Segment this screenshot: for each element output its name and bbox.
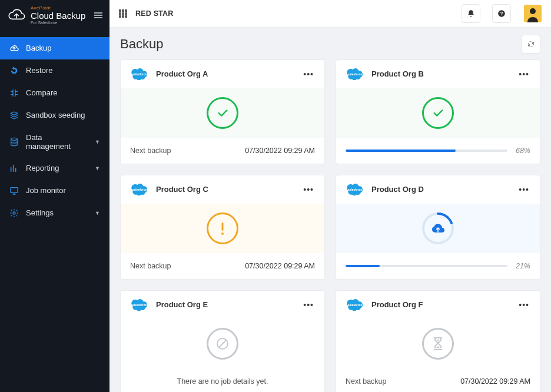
org-card: salesforceProduct Org B•••68%	[336, 59, 540, 164]
sidebar-item-label: Job monitor	[26, 186, 100, 195]
card-title: Product Org F	[371, 300, 510, 309]
svg-point-11	[221, 232, 224, 235]
card-header: salesforceProduct Org F•••	[336, 291, 540, 319]
status-none	[121, 319, 324, 368]
hourglass-icon	[422, 328, 454, 360]
data-icon	[9, 137, 19, 147]
warn-circle-icon	[207, 212, 238, 244]
brand-subtitle: For Salesforce	[31, 21, 89, 25]
card-menu-button[interactable]: •••	[516, 301, 532, 309]
salesforce-icon: salesforce	[129, 182, 150, 197]
no-details-text: There are no job details yet.	[130, 377, 315, 386]
sidebar-item-job-monitor[interactable]: Job monitor	[0, 180, 109, 202]
sidebar-item-compare[interactable]: Compare	[0, 82, 109, 104]
chevron-down-icon: ▼	[95, 165, 100, 171]
check-circle-icon	[207, 97, 238, 129]
monitor-icon	[9, 186, 19, 195]
progress-percent: 68%	[516, 147, 530, 155]
sidebar-item-reporting[interactable]: Reporting▼	[0, 157, 109, 180]
org-card: salesforceProduct Org D•••21%	[336, 175, 540, 280]
card-title: Product Org E	[156, 300, 295, 309]
nav: BackupRestoreCompareSandbox seedingData …	[0, 37, 109, 224]
brand: AvePoint Cloud Backup For Salesforce	[0, 0, 109, 31]
main: RED STAR ? Backup salesforceProduct Org …	[109, 0, 551, 392]
svg-text:salesforce: salesforce	[132, 73, 147, 76]
card-header: salesforceProduct Org D•••	[336, 175, 540, 204]
help-icon: ?	[497, 9, 506, 18]
svg-text:?: ?	[500, 11, 503, 16]
bell-icon	[467, 9, 475, 18]
card-menu-button[interactable]: •••	[301, 301, 316, 309]
menu-toggle-icon[interactable]	[94, 12, 102, 18]
svg-text:salesforce: salesforce	[348, 73, 363, 76]
org-card: salesforceProduct Org E•••There are no j…	[120, 290, 325, 392]
cloud-backup-logo-icon	[7, 8, 26, 22]
sidebar-item-label: Settings	[26, 208, 88, 217]
card-footer: Next backup07/30/2022 09:29 AM	[121, 253, 324, 279]
card-footer: 68%	[336, 138, 540, 164]
card-footer: Next backup07/30/2022 09:29 AM	[121, 138, 324, 164]
no-data-icon	[207, 328, 238, 360]
status-success	[336, 88, 540, 138]
next-backup-time: 07/30/2022 09:29 AM	[245, 147, 315, 155]
next-backup-label: Next backup	[130, 147, 171, 155]
content: Backup salesforceProduct Org A•••Next ba…	[109, 28, 551, 392]
gear-icon	[9, 208, 19, 218]
card-menu-button[interactable]: •••	[516, 70, 532, 78]
sidebar-item-label: Restore	[26, 66, 100, 75]
svg-text:salesforce: salesforce	[348, 188, 363, 191]
sidebar-item-sandbox-seeding[interactable]: Sandbox seeding	[0, 104, 109, 127]
card-menu-button[interactable]: •••	[301, 185, 316, 194]
user-avatar[interactable]	[524, 5, 542, 22]
org-card: salesforceProduct Org C•••Next backup07/…	[120, 175, 325, 280]
svg-text:salesforce: salesforce	[132, 304, 147, 307]
notifications-button[interactable]	[462, 4, 480, 23]
sidebar-item-restore[interactable]: Restore	[0, 59, 109, 82]
compare-icon	[9, 88, 19, 98]
status-warning	[121, 204, 324, 253]
avatar-icon	[524, 5, 542, 22]
report-icon	[9, 164, 19, 173]
sidebar-item-label: Data management	[26, 133, 88, 151]
card-title: Product Org A	[156, 69, 295, 78]
progress-percent: 21%	[516, 262, 530, 270]
page-title: Backup	[120, 36, 163, 52]
card-menu-button[interactable]: •••	[516, 185, 532, 194]
chevron-down-icon: ▼	[95, 210, 100, 216]
card-footer: Next backup07/30/2022 09:29 AM	[336, 368, 540, 392]
help-button[interactable]: ?	[492, 4, 511, 23]
progress-bar	[346, 265, 507, 267]
cloud-up-icon	[9, 44, 19, 53]
progress-bar	[346, 150, 507, 152]
sidebar-item-settings[interactable]: Settings▼	[0, 202, 109, 224]
svg-point-2	[13, 212, 15, 214]
sidebar-item-label: Compare	[26, 88, 100, 97]
card-menu-button[interactable]: •••	[301, 70, 316, 78]
sidebar-item-label: Reporting	[26, 164, 88, 172]
sidebar: AvePoint Cloud Backup For Salesforce Bac…	[0, 0, 109, 392]
svg-line-16	[219, 340, 226, 347]
card-header: salesforceProduct Org C•••	[121, 175, 324, 204]
card-title: Product Org D	[371, 185, 510, 194]
sidebar-item-backup[interactable]: Backup	[0, 37, 109, 59]
tenant-name[interactable]: RED STAR	[135, 9, 174, 18]
salesforce-icon: salesforce	[344, 67, 366, 81]
topbar: RED STAR ?	[109, 0, 551, 28]
salesforce-icon: salesforce	[344, 298, 366, 312]
check-circle-icon	[422, 97, 454, 129]
sidebar-item-data-management[interactable]: Data management▼	[0, 127, 109, 157]
status-inprogress	[336, 204, 540, 253]
card-title: Product Org B	[371, 69, 510, 78]
org-card: salesforceProduct Org F•••Next backup07/…	[336, 290, 540, 392]
upload-progress-icon	[421, 211, 455, 245]
refresh-button[interactable]	[522, 35, 540, 54]
next-backup-time: 07/30/2022 09:29 AM	[245, 262, 315, 270]
card-footer: 21%	[336, 253, 540, 279]
salesforce-icon: salesforce	[129, 67, 150, 81]
card-header: salesforceProduct Org B•••	[336, 60, 540, 88]
svg-rect-10	[222, 222, 224, 231]
app-launcher-icon[interactable]	[119, 9, 127, 18]
salesforce-icon: salesforce	[129, 298, 150, 312]
sidebar-item-label: Sandbox seeding	[26, 111, 100, 119]
next-backup-label: Next backup	[130, 262, 171, 270]
